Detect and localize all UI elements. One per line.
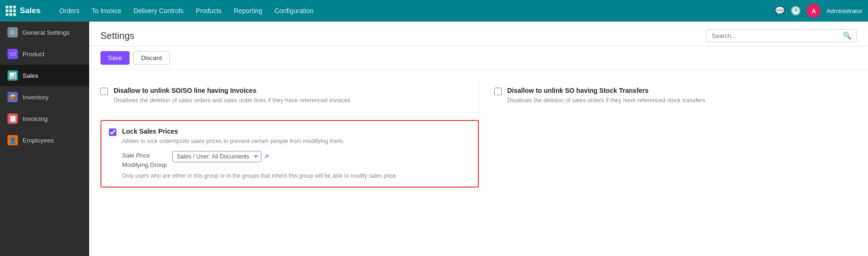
setting-desc-unlink-so-stock: Disallows the deletion of sales orders i…: [507, 96, 850, 105]
setting-title-unlink-so-stock: Disallow to unlink SO having Stock Trans…: [507, 87, 850, 94]
toolbar: Save Discard: [89, 46, 868, 70]
sidebar: ⚙ General Settings 🏷 Product 📊 Sales 📦 I…: [0, 22, 89, 256]
top-navigation: Sales Orders To Invoice Delivery Control…: [0, 0, 868, 22]
highlighted-lock-sales-prices: Lock Sales Prices Allows to lock order/q…: [100, 120, 479, 188]
settings-right-column: Disallow to unlink SO having Stock Trans…: [479, 79, 857, 195]
sale-price-group: Sale PriceModifying Group Sales / User: …: [109, 151, 470, 180]
nav-reporting[interactable]: Reporting: [228, 4, 268, 17]
lock-sales-prices-wrapper: Lock Sales Prices Allows to lock order/q…: [100, 113, 479, 195]
search-icon[interactable]: 🔍: [843, 31, 852, 40]
main-content: Settings 🔍 Save Discard Disallow to unli…: [89, 22, 868, 256]
inventory-icon: 📦: [8, 92, 18, 102]
setting-desc-lock-sales-prices: Allows to lock order/quote sales prices …: [122, 137, 470, 145]
top-menu: Orders To Invoice Delivery Controls Prod…: [54, 4, 773, 17]
sale-price-label: Sale PriceModifying Group: [122, 151, 167, 169]
clock-icon[interactable]: 🕐: [791, 6, 801, 16]
sidebar-item-product[interactable]: 🏷 Product: [0, 43, 89, 65]
sidebar-item-sales[interactable]: 📊 Sales: [0, 65, 89, 86]
discard-button[interactable]: Discard: [133, 51, 170, 65]
setting-title-lock-sales-prices: Lock Sales Prices: [122, 128, 470, 135]
admin-name[interactable]: Administrator: [826, 8, 862, 15]
sale-price-note: Only users who are either in this group …: [122, 172, 470, 180]
setting-info-unlink-so-invoice: Disallow to unlink SO/SO line having Inv…: [114, 87, 471, 105]
sidebar-label-general-settings: General Settings: [23, 29, 70, 36]
setting-unlink-so-stock: Disallow to unlink SO having Stock Trans…: [494, 79, 857, 112]
setting-desc-unlink-so-invoice: Disallows the deletion of sales orders a…: [114, 96, 471, 105]
setting-info-unlink-so-stock: Disallow to unlink SO having Stock Trans…: [507, 87, 850, 105]
checkbox-lock-sales-prices[interactable]: [109, 128, 116, 136]
nav-configuration[interactable]: Configuration: [269, 4, 319, 17]
sidebar-label-invoicing: Invoicing: [23, 115, 47, 122]
search-input[interactable]: [712, 32, 843, 39]
lock-sales-prices-header: Lock Sales Prices Allows to lock order/q…: [109, 128, 470, 145]
sale-price-row-container: Sale PriceModifying Group Sales / User: …: [122, 151, 470, 169]
sidebar-item-employees[interactable]: 👤 Employees: [0, 129, 89, 151]
page-title: Settings: [100, 30, 134, 41]
gear-icon: ⚙: [8, 27, 18, 38]
setting-info-lock-sales-prices: Lock Sales Prices Allows to lock order/q…: [122, 128, 470, 145]
grid-menu-icon[interactable]: [6, 6, 16, 16]
checkbox-unlink-so-invoice[interactable]: [100, 88, 108, 95]
tag-icon: 🏷: [8, 49, 18, 59]
invoicing-icon: 🧾: [8, 113, 18, 124]
nav-products[interactable]: Products: [190, 4, 227, 17]
sidebar-label-sales: Sales: [23, 72, 38, 79]
sidebar-item-general-settings[interactable]: ⚙ General Settings: [0, 22, 89, 43]
settings-left-column: Disallow to unlink SO/SO line having Inv…: [100, 79, 479, 195]
nav-orders[interactable]: Orders: [54, 4, 85, 17]
external-link-icon[interactable]: ↗: [263, 152, 269, 161]
nav-to-invoice[interactable]: To Invoice: [86, 4, 127, 17]
nav-delivery-controls[interactable]: Delivery Controls: [128, 4, 189, 17]
app-brand: Sales: [20, 6, 40, 15]
sidebar-item-inventory[interactable]: 📦 Inventory: [0, 86, 89, 108]
sidebar-label-employees: Employees: [23, 137, 54, 144]
sale-price-select-group: Sales / User: All Documents Sales / Mana…: [172, 151, 269, 162]
settings-grid: Disallow to unlink SO/SO line having Inv…: [89, 70, 868, 204]
sidebar-label-product: Product: [23, 51, 45, 58]
app-logo[interactable]: Sales: [6, 6, 48, 16]
setting-title-unlink-so-invoice: Disallow to unlink SO/SO line having Inv…: [114, 87, 471, 94]
sale-price-select[interactable]: Sales / User: All Documents Sales / Mana…: [172, 151, 261, 162]
avatar[interactable]: A: [807, 4, 821, 18]
employees-icon: 👤: [8, 135, 18, 145]
sidebar-label-inventory: Inventory: [23, 94, 49, 101]
bar-chart-icon: 📊: [8, 70, 18, 81]
main-layout: ⚙ General Settings 🏷 Product 📊 Sales 📦 I…: [0, 22, 868, 256]
setting-unlink-so-invoice: Disallow to unlink SO/SO line having Inv…: [100, 79, 479, 113]
top-nav-right: 💬 🕐 A Administrator: [775, 4, 862, 18]
sidebar-item-invoicing[interactable]: 🧾 Invoicing: [0, 108, 89, 129]
search-bar: 🔍: [707, 29, 857, 42]
checkbox-unlink-so-stock[interactable]: [494, 88, 502, 95]
page-header: Settings 🔍: [89, 22, 868, 46]
messaging-icon[interactable]: 💬: [775, 6, 785, 16]
save-button[interactable]: Save: [100, 51, 130, 65]
